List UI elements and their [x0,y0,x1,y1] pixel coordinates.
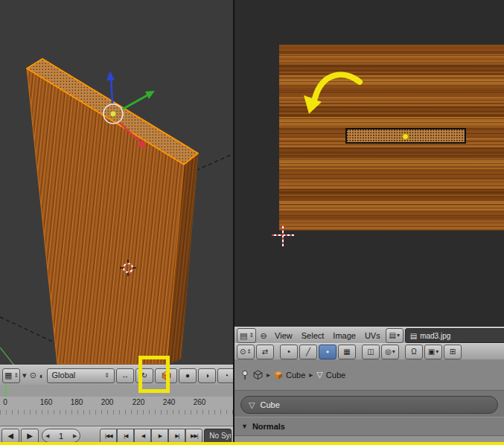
select-mode-edge-button[interactable]: ╱ [299,345,317,359]
sync-mode-dropdown[interactable]: No Sync [204,429,232,444]
play-button[interactable]: ▶ [151,429,168,444]
sticky-selection-button[interactable]: ◫ [362,345,380,359]
current-frame-indicator[interactable] [5,385,7,397]
pivot-point-dropdown[interactable]: ⊙ ⇕ [237,345,255,359]
uv-extra-button[interactable]: ⊞ [444,345,462,359]
uv-sync-selection-button[interactable]: ⇄ [256,345,274,359]
play-reverse-button[interactable]: ◀ [134,429,151,444]
chevron-updown-icon: ⇕ [13,373,19,379]
playback-controls: |◀◀ |◀ ◀ ▶ ▶| ▶▶| [100,429,202,444]
uv-face-center-dot[interactable] [402,133,409,140]
editor-type-button[interactable]: ▦ ⇕ [2,368,20,383]
pivot-icon: ⊙ [240,348,246,356]
chevron-updown-icon: ⇕ [104,373,109,379]
image-name: mad3.jpg [420,332,450,340]
chevron-down-icon: ▾ [436,349,438,355]
ruler-label: 200 [98,398,117,406]
shading-half-button[interactable]: ◑ [198,368,216,383]
ruler-label: 260 [190,398,209,406]
chevron-down-icon: ▾ [392,349,395,355]
sync-arrows-icon: ⇄ [262,348,268,356]
yellow-bottom-line-annotation [0,442,504,445]
image-stack-icon: ▤ [389,332,395,339]
island-icon: ▦ [343,348,350,356]
breadcrumb-arrow-icon: ▸ [267,371,270,379]
breadcrumb-object[interactable]: Cube [274,371,305,380]
select-mode-face-button[interactable]: ▪ [319,345,336,359]
mesh-name-field[interactable]: ▽ Cube [240,396,498,414]
collapse-menus-icon[interactable]: ⊖ [258,330,269,342]
green-axis-line [0,348,18,365]
object-cube-outline-icon[interactable] [253,370,263,380]
pin-icon[interactable] [240,370,249,380]
breadcrumb-mesh-data[interactable]: ▽ Cube [316,370,345,380]
sticky-icon: ◫ [367,348,374,356]
manipulator-translate-button[interactable]: ↔ [116,368,134,383]
gizmo-y-axis-arrow[interactable] [122,95,147,109]
ruler-label: 0 [0,398,15,406]
left-triangle-icon: ◀ [7,432,13,440]
jump-prev-keyframe-button[interactable]: |◀ [117,429,134,444]
chevron-updown-icon: ⇕ [246,349,252,355]
timeline-ruler[interactable]: 0 160 180 200 220 240 260 [0,397,233,426]
mode-icon[interactable]: ⊙ [29,371,37,380]
ruler-label: 180 [67,398,86,406]
editor-type-button[interactable]: ▤ ⇕ [237,328,256,343]
chevron-down-icon: ▾ [397,333,400,339]
magnet-icon: Ω [411,348,416,356]
select-mode-island-button[interactable]: ▦ [338,345,356,359]
3d-view-area: ▦ ⇕ ▾ ⊙ ◐ Global ⇕ ↔ ↻ [0,0,233,445]
menu-image[interactable]: Image [329,331,360,340]
gizmo-z-arrowhead [106,71,115,80]
normals-panel-header[interactable]: ▼ Normals [235,417,504,436]
3d-viewport-canvas[interactable] [0,0,233,365]
snap-element-icon: ▣ [428,348,435,356]
snap-toggle-button[interactable]: Ω [405,345,423,359]
jump-to-start-button[interactable]: |◀◀ [100,429,117,444]
proportional-icon: ◎ [385,348,392,356]
viewport-shading-icon[interactable]: ◐ [39,371,45,380]
menu-view[interactable]: View [271,331,296,340]
object-name: Cube [286,371,305,380]
timeline-track-area[interactable] [0,385,233,397]
menu-uvs[interactable]: UVs [361,331,384,340]
mesh-data-icon: ▽ [316,370,322,380]
properties-breadcrumb: ▸ Cube ▸ ▽ Cube [235,359,504,391]
snap-element-dropdown[interactable]: ▣ ▾ [424,345,442,359]
ruler-label: 220 [129,398,148,406]
mesh-data-icon: ▽ [249,400,255,410]
uv-editor-toolbar: ⊙ ⇕ ⇄ • ╱ ▪ ▦ ◫ ◎ ▾ [235,343,504,361]
panel-expand-icon: ▼ [241,423,248,430]
sphere-icon: ● [185,372,190,380]
mesh-name: Cube [326,371,345,380]
gizmo-center-dot[interactable] [110,111,116,117]
photo-icon: ▤ [410,332,417,340]
menu-collapse-icon[interactable]: ▾ [22,371,28,380]
circle-quarter-icon: ◔ [224,372,229,380]
next-keyframe-button[interactable]: ▶ [21,429,39,444]
current-frame-field[interactable]: ◀ 1 ▶ [42,429,80,443]
sync-mode-value: No Sync [209,432,232,440]
yellow-highlight-rectangle-annotation [138,356,170,393]
frame-increment-arrow[interactable]: ▶ [73,433,77,439]
uv-selected-face[interactable] [345,128,466,144]
jump-to-end-button[interactable]: ▶▶| [185,429,202,444]
transform-orientation-dropdown[interactable]: Global ⇕ [47,368,115,383]
shading-sphere-button[interactable]: ● [179,368,197,383]
gizmo-z-axis-arrow[interactable] [111,77,112,103]
prev-keyframe-button[interactable]: ◀ [1,429,19,444]
frame-value: 1 [59,432,63,441]
orange-cube-icon [274,371,283,380]
uv-editor-area: ▤ ⇕ ⊖ View Select Image UVs ▤ ▾ ▤ mad3.j… [233,0,504,445]
frame-decrement-arrow[interactable]: ◀ [45,433,49,439]
select-mode-vertex-button[interactable]: • [280,345,298,359]
panel-title: Normals [252,422,285,431]
uv-image-canvas[interactable] [235,0,504,327]
menu-select[interactable]: Select [298,331,328,340]
right-triangle-icon: ▶ [27,432,33,440]
jump-next-keyframe-button[interactable]: ▶| [168,429,185,444]
face-icon: ▪ [326,348,329,356]
proportional-edit-dropdown[interactable]: ◎ ▾ [381,345,399,359]
browse-image-button[interactable]: ▤ ▾ [386,328,403,343]
image-datablock-field[interactable]: ▤ mad3.jpg [405,328,504,343]
